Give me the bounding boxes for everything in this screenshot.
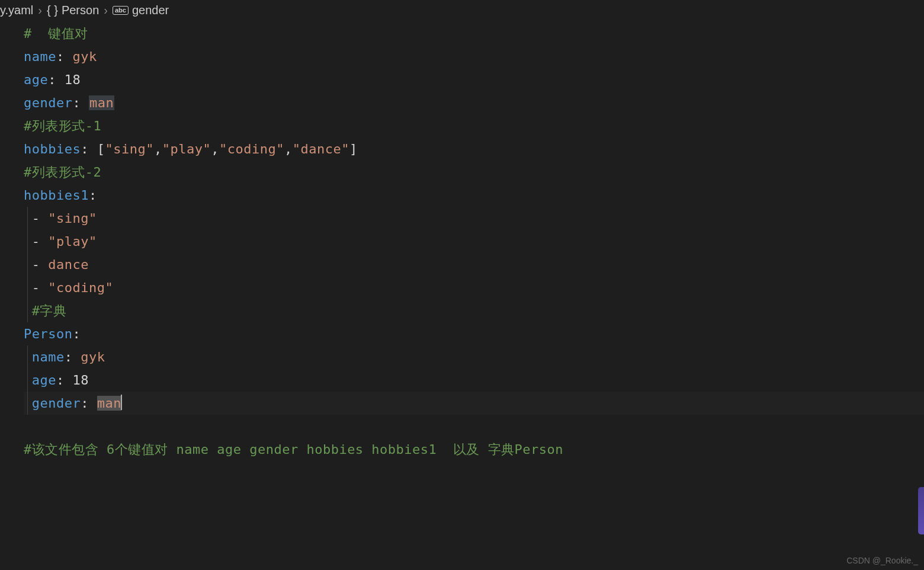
list-item: "coding": [48, 280, 113, 295]
yaml-value: gyk: [72, 49, 97, 64]
code-line[interactable]: #字典: [24, 299, 924, 322]
indent-guide: [27, 392, 28, 415]
breadcrumb-file[interactable]: y.yaml: [0, 4, 33, 17]
colon: :: [72, 326, 81, 341]
yaml-value-highlighted: man: [89, 95, 114, 110]
cursor-icon: [121, 395, 122, 410]
code-line[interactable]: # 键值对: [24, 22, 924, 45]
code-line[interactable]: #列表形式-2: [24, 161, 924, 184]
abc-icon: abc: [113, 6, 129, 15]
dash: -: [32, 234, 49, 249]
comma: ,: [211, 142, 219, 156]
string: "dance": [293, 142, 349, 156]
comment: #该文件包含 6个键值对 name age gender hobbies hob…: [24, 442, 563, 457]
yaml-value-highlighted: man: [97, 396, 121, 411]
yaml-key: hobbies1: [24, 188, 89, 203]
indent-guide: [27, 230, 28, 253]
yaml-key: age: [24, 72, 48, 87]
breadcrumb-gender[interactable]: gender: [132, 4, 169, 17]
code-line[interactable]: name: gyk: [24, 45, 924, 68]
code-line[interactable]: age: 18: [24, 68, 924, 91]
colon: :: [56, 373, 73, 388]
list-item: "play": [48, 234, 97, 249]
bracket: [: [97, 142, 105, 156]
code-line-current[interactable]: gender: man: [24, 392, 924, 415]
yaml-value: gyk: [81, 350, 105, 364]
scroll-accent-icon: [918, 487, 924, 534]
code-line[interactable]: - "play": [24, 230, 924, 253]
string: "sing": [105, 142, 153, 156]
code-line[interactable]: name: gyk: [24, 345, 924, 369]
yaml-key: name: [24, 49, 56, 64]
braces-icon: { }: [47, 4, 58, 17]
chevron-right-icon: ›: [38, 4, 42, 17]
indent-guide: [27, 276, 28, 299]
code-line[interactable]: #该文件包含 6个键值对 name age gender hobbies hob…: [24, 438, 924, 461]
bracket: ]: [349, 142, 358, 156]
code-line[interactable]: age: 18: [24, 369, 924, 392]
breadcrumb-person[interactable]: Person: [62, 4, 99, 17]
colon: :: [56, 49, 73, 64]
string: "play": [162, 142, 211, 156]
yaml-key: age: [32, 373, 56, 388]
yaml-value: 18: [73, 373, 89, 388]
chevron-right-icon: ›: [104, 4, 108, 17]
watermark: CSDN @_Rookie._: [846, 556, 918, 565]
colon: :: [89, 188, 97, 203]
yaml-key: Person: [24, 326, 72, 341]
indent-guide: [27, 369, 28, 392]
indent-guide: [27, 299, 28, 322]
code-line[interactable]: gender: man: [24, 91, 924, 114]
blank-line[interactable]: [24, 415, 924, 438]
code-editor[interactable]: # 键值对 name: gyk age: 18 gender: man #列表形…: [0, 22, 924, 461]
list-item: dance: [48, 257, 89, 272]
comment: #字典: [32, 303, 67, 318]
string: "coding": [219, 142, 284, 156]
list-item: "sing": [48, 211, 97, 226]
colon: :: [65, 350, 81, 364]
dash: -: [32, 257, 49, 272]
code-line[interactable]: - dance: [24, 253, 924, 276]
comma: ,: [154, 142, 162, 156]
yaml-key: name: [32, 350, 65, 364]
yaml-key: hobbies: [24, 142, 81, 156]
indent-guide: [27, 345, 28, 369]
colon: :: [72, 95, 89, 110]
code-line[interactable]: hobbies1:: [24, 184, 924, 207]
indent-guide: [27, 253, 28, 276]
indent-guide: [27, 207, 28, 230]
colon: :: [81, 396, 97, 411]
breadcrumb[interactable]: y.yaml › { } Person › abc gender: [0, 0, 924, 22]
code-line[interactable]: - "sing": [24, 207, 924, 230]
comma: ,: [284, 142, 293, 156]
code-line[interactable]: hobbies: ["sing","play","coding","dance"…: [24, 137, 924, 161]
code-line[interactable]: Person:: [24, 322, 924, 345]
colon: :: [81, 142, 97, 156]
yaml-key: gender: [32, 396, 81, 411]
colon: :: [48, 72, 65, 87]
comment: #列表形式-2: [24, 165, 101, 180]
yaml-value: 18: [65, 72, 81, 87]
yaml-key: gender: [24, 95, 72, 110]
comment: #列表形式-1: [24, 119, 101, 133]
code-line[interactable]: - "coding": [24, 276, 924, 299]
dash: -: [32, 280, 49, 295]
comment: # 键值对: [24, 26, 88, 41]
dash: -: [32, 211, 49, 226]
code-line[interactable]: #列表形式-1: [24, 114, 924, 137]
